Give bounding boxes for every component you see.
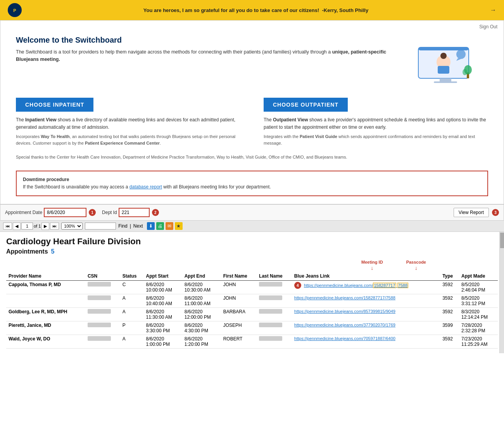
inpatient-description: The Inpatient View shows a live director… xyxy=(16,116,240,146)
sign-out-link[interactable]: Sign Out xyxy=(479,24,497,29)
bluejeans-link[interactable]: https://pennmedicine.bluejeans.com/85739… xyxy=(294,309,395,314)
svg-rect-4 xyxy=(440,78,451,81)
col-appt-start: Appt Start xyxy=(144,272,182,281)
cell-appt-end: 8/6/20204:30:00 PM xyxy=(182,321,221,335)
dept-id-input[interactable] xyxy=(119,208,150,217)
thanks-section: Special thanks to the Center for Health … xyxy=(0,146,504,164)
cell-status: A xyxy=(120,294,144,308)
find-input[interactable] xyxy=(85,223,116,230)
table-row: Goldberg, Lee R, MD, MPH A 8/6/202011:30… xyxy=(6,308,498,321)
sign-out-area: Sign Out xyxy=(0,21,504,29)
cell-type: 3592 xyxy=(440,294,459,308)
next-label: | xyxy=(130,223,131,229)
col-first-name: First Name xyxy=(221,272,257,281)
cell-status: A xyxy=(120,335,144,349)
cell-csn xyxy=(85,335,120,349)
cell-provider: Cappola, Thomas P, MD xyxy=(6,281,85,294)
svg-rect-8 xyxy=(438,66,449,74)
next-page-btn[interactable]: ▶ xyxy=(41,223,49,230)
cell-provider xyxy=(6,294,85,308)
welcome-title: Welcome to the Switchboard xyxy=(16,36,395,45)
scrollbar[interactable] xyxy=(499,232,504,353)
toolbar-icons: ⬇ 🖨 ✉ ★ xyxy=(147,222,183,230)
outpatient-column: CHOOSE OUTPATIENT The Outpatient View sh… xyxy=(264,98,488,146)
cell-type: 3592 xyxy=(440,281,459,294)
col-appt-end: Appt End xyxy=(182,272,221,281)
outpatient-description: The Outpatient View shows a live provide… xyxy=(264,116,488,146)
svg-point-7 xyxy=(440,53,447,59)
bookmark-icon[interactable]: ★ xyxy=(175,222,183,230)
find-label: Find xyxy=(118,223,127,229)
pagination-nav: ⏮ ◀ of 1 ▶ ⏭ xyxy=(3,223,59,230)
table-header: Provider Name CSN Status Appt Start Appt… xyxy=(6,272,498,281)
cell-status: P xyxy=(120,321,144,335)
badge-2: 2 xyxy=(152,209,159,216)
svg-point-9 xyxy=(456,50,466,59)
data-area: Cardiology Heart Failure Division Appoin… xyxy=(0,232,504,353)
prev-page-btn[interactable]: ◀ xyxy=(13,223,21,230)
cell-appt-end: 8/6/202010:30:00 AM xyxy=(182,281,221,294)
svg-text:P: P xyxy=(13,8,16,13)
downtime-box: Downtime procedure If the Switchboard is… xyxy=(16,171,488,196)
cell-appt-made: 7/28/20202:32:28 PM xyxy=(459,321,498,335)
export-icon[interactable]: ⬇ xyxy=(147,222,155,230)
first-page-btn[interactable]: ⏮ xyxy=(3,223,12,230)
print-icon[interactable]: 🖨 xyxy=(156,222,164,230)
bluejeans-link[interactable]: https://pennmedicine.bluejeans.com/37790… xyxy=(294,323,395,327)
cell-first-name: JOHN xyxy=(221,294,257,308)
cell-provider: Wald, Joyce W, DO xyxy=(6,335,85,349)
appointments-table: Provider Name CSN Status Appt Start Appt… xyxy=(6,272,498,349)
blurred-csn xyxy=(88,309,111,314)
cell-appt-made: 8/3/202012:14:24 PM xyxy=(459,308,498,321)
cell-first-name: JOSEPH xyxy=(221,321,257,335)
column-annotations: Meeting ID ↓ Passcode ↓ xyxy=(6,259,498,271)
cell-csn xyxy=(85,281,120,294)
last-page-btn[interactable]: ⏭ xyxy=(50,223,59,230)
bluejeans-link[interactable]: https://pennmedicine.bluejeans.com/70597… xyxy=(294,336,395,341)
thanks-text: Special thanks to the Center for Health … xyxy=(16,154,488,161)
cell-link: https://pennmedicine.bluejeans.com/85739… xyxy=(292,308,440,321)
zoom-select[interactable]: 100% 50% 75% 125% 150% 200% xyxy=(61,223,83,230)
cell-appt-end: 8/6/202012:00:00 PM xyxy=(182,308,221,321)
appt-date-input[interactable] xyxy=(44,208,86,217)
downtime-link[interactable]: database report xyxy=(129,184,162,190)
banner-arrow: → xyxy=(490,7,496,14)
choose-outpatient-button[interactable]: CHOOSE OUTPATIENT xyxy=(264,98,348,112)
logo-icon: P xyxy=(8,3,22,17)
blurred-last xyxy=(259,295,282,300)
meeting-id-label: Meeting ID xyxy=(361,260,383,264)
cell-first-name: BARBARA xyxy=(221,308,257,321)
view-report-button[interactable]: View Report xyxy=(454,208,489,217)
email-icon[interactable]: ✉ xyxy=(166,222,173,230)
meeting-id-annotation: Meeting ID ↓ xyxy=(361,259,383,271)
cell-provider: Pieretti, Janice, MD xyxy=(6,321,85,335)
blurred-last xyxy=(259,323,282,327)
svg-point-13 xyxy=(463,69,467,75)
cell-last-name xyxy=(257,321,292,335)
top-banner: P You are heroes, I am so grateful for a… xyxy=(0,0,504,20)
blurred-last xyxy=(259,336,282,341)
badge-1: 1 xyxy=(89,209,96,216)
passcode-arrow: ↓ xyxy=(415,265,418,271)
welcome-illustration xyxy=(403,36,488,90)
cell-link: https://pennmedicine.bluejeans.com/70597… xyxy=(292,335,440,349)
appt-date-group: Appointment Date 1 xyxy=(5,208,96,217)
toolbar-row: ⏮ ◀ of 1 ▶ ⏭ 100% 50% 75% 125% 150% 200%… xyxy=(0,221,504,232)
inpatient-column: CHOOSE INPATIENT The Inpatient View show… xyxy=(16,98,240,146)
meeting-id-arrow: ↓ xyxy=(371,265,373,271)
bluejeans-link[interactable]: https://pennmedicine.bluejeans.com/15828… xyxy=(294,295,395,300)
cell-appt-end: 8/6/202011:00:00 AM xyxy=(182,294,221,308)
banner-message: You are heroes, I am so grateful for all… xyxy=(26,7,485,13)
choose-inpatient-button[interactable]: CHOOSE INPATIENT xyxy=(16,98,93,112)
page-input[interactable] xyxy=(21,223,33,230)
cell-appt-start: 8/6/202010:00:00 AM xyxy=(144,281,182,294)
cell-type: 3599 xyxy=(440,321,459,335)
blurred-csn xyxy=(88,282,111,287)
passcode-label: Passcode xyxy=(406,260,426,264)
bluejeans-link[interactable]: https://pennmedicine.bluejeans.com/15828… xyxy=(304,283,408,288)
scroll-thumb[interactable] xyxy=(500,233,504,248)
appointments-count: 5 xyxy=(51,248,55,255)
downtime-text: If the Switchboard is unavailable you ma… xyxy=(23,183,481,191)
col-last-name: Last Name xyxy=(257,272,292,281)
welcome-section: Welcome to the Switchboard The Switchboa… xyxy=(0,29,504,94)
